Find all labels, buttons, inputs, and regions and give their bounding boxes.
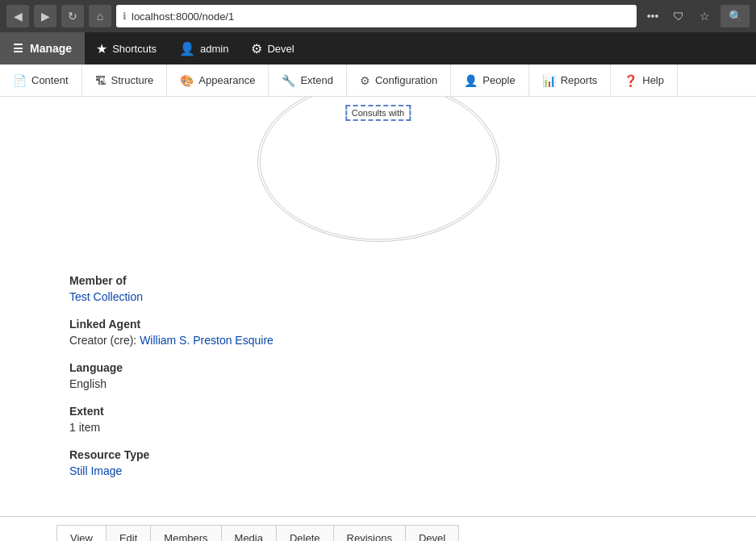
language-label: Language bbox=[69, 361, 687, 374]
linked-agent-field: Linked Agent Creator (cre): William S. P… bbox=[69, 318, 687, 347]
nav-content[interactable]: 📄 Content bbox=[0, 65, 82, 96]
member-of-field: Member of Test Collection bbox=[69, 274, 687, 303]
nav-reports-label: Reports bbox=[561, 74, 598, 86]
admin-button[interactable]: 👤 admin bbox=[168, 32, 240, 65]
tab-devel[interactable]: Devel bbox=[405, 525, 459, 541]
browser-actions: ••• 🛡 ☆ bbox=[641, 5, 716, 27]
content-icon: 📄 bbox=[13, 74, 27, 87]
tab-media[interactable]: Media bbox=[221, 525, 277, 541]
nav-reports[interactable]: 📊 Reports bbox=[529, 65, 612, 96]
nav-appearance[interactable]: 🎨 Appearance bbox=[167, 65, 269, 96]
lock-icon: ℹ bbox=[123, 10, 127, 22]
circle-image bbox=[257, 97, 499, 242]
star-toolbar-icon: ★ bbox=[96, 41, 107, 56]
tab-view[interactable]: View bbox=[56, 525, 107, 541]
nav-people[interactable]: 👤 People bbox=[451, 65, 528, 96]
image-area: Consults with bbox=[0, 97, 756, 258]
tab-delete[interactable]: Delete bbox=[276, 525, 334, 541]
search-button[interactable]: 🔍 bbox=[720, 5, 750, 27]
extent-field: Extent 1 item bbox=[69, 405, 687, 434]
shortcuts-button[interactable]: ★ Shortcuts bbox=[85, 32, 168, 65]
manage-button[interactable]: ☰ Manage bbox=[0, 32, 85, 65]
devel-label: Devel bbox=[267, 43, 294, 55]
nav-people-label: People bbox=[482, 74, 515, 86]
hamburger-icon: ☰ bbox=[13, 42, 23, 55]
resource-type-link[interactable]: Still Image bbox=[69, 464, 122, 477]
people-icon: 👤 bbox=[464, 74, 478, 87]
forward-button[interactable]: ▶ bbox=[34, 5, 56, 27]
admin-toolbar: ☰ Manage ★ Shortcuts 👤 admin ⚙ Devel bbox=[0, 32, 756, 65]
help-icon: ❓ bbox=[624, 74, 637, 87]
linked-agent-label: Linked Agent bbox=[69, 318, 687, 331]
resource-type-label: Resource Type bbox=[69, 448, 687, 461]
admin-label: admin bbox=[200, 43, 228, 55]
reports-icon: 📊 bbox=[542, 74, 556, 87]
url-bar[interactable]: ℹ localhost:8000/node/1 bbox=[116, 5, 637, 27]
shortcuts-label: Shortcuts bbox=[112, 43, 157, 55]
browser-chrome: ◀ ▶ ↻ ⌂ ℹ localhost:8000/node/1 ••• 🛡 ☆ … bbox=[0, 0, 756, 32]
extent-value: 1 item bbox=[69, 421, 687, 434]
linked-agent-prefix: Creator (cre): bbox=[69, 334, 136, 347]
devel-button[interactable]: ⚙ Devel bbox=[240, 32, 305, 65]
appearance-icon: 🎨 bbox=[180, 74, 194, 87]
reload-button[interactable]: ↻ bbox=[61, 5, 84, 27]
language-field: Language English bbox=[69, 361, 687, 390]
star-icon[interactable]: ☆ bbox=[693, 5, 716, 27]
tab-revisions[interactable]: Revisions bbox=[333, 525, 406, 541]
member-of-label: Member of bbox=[69, 274, 687, 287]
gear-icon: ⚙ bbox=[251, 41, 262, 56]
person-icon: 👤 bbox=[179, 41, 195, 56]
language-value: English bbox=[69, 377, 687, 390]
nav-bar: 📄 Content 🏗 Structure 🎨 Appearance 🔧 Ext… bbox=[0, 65, 756, 97]
resource-type-value: Still Image bbox=[69, 464, 687, 477]
extent-label: Extent bbox=[69, 405, 687, 418]
more-button[interactable]: ••• bbox=[641, 5, 664, 27]
member-of-value: Test Collection bbox=[69, 290, 687, 303]
nav-structure-label: Structure bbox=[111, 74, 154, 86]
nav-appearance-label: Appearance bbox=[198, 74, 255, 86]
tab-edit[interactable]: Edit bbox=[106, 525, 151, 541]
nav-help[interactable]: ❓ Help bbox=[611, 65, 678, 96]
bottom-tabs: View Edit Members Media Delete Revisions… bbox=[0, 516, 756, 541]
tab-members[interactable]: Members bbox=[150, 525, 221, 541]
bookmark-icon[interactable]: 🛡 bbox=[667, 5, 690, 27]
resource-type-field: Resource Type Still Image bbox=[69, 448, 687, 477]
svg-point-0 bbox=[260, 97, 496, 239]
nav-help-label: Help bbox=[642, 74, 664, 86]
tabs-row: View Edit Members Media Delete Revisions… bbox=[0, 517, 756, 541]
structure-icon: 🏗 bbox=[95, 74, 107, 87]
extend-icon: 🔧 bbox=[282, 74, 295, 87]
manage-label: Manage bbox=[30, 42, 72, 55]
url-text: localhost:8000/node/1 bbox=[132, 10, 234, 23]
nav-content-label: Content bbox=[31, 74, 69, 86]
main-content: Consults with Member of Test Collection … bbox=[0, 97, 756, 541]
back-button[interactable]: ◀ bbox=[6, 5, 29, 27]
test-collection-link[interactable]: Test Collection bbox=[69, 290, 143, 303]
nav-extend[interactable]: 🔧 Extend bbox=[269, 65, 346, 96]
nav-extend-label: Extend bbox=[300, 74, 332, 86]
linked-agent-link[interactable]: William S. Preston Esquire bbox=[140, 334, 274, 347]
home-button[interactable]: ⌂ bbox=[89, 5, 111, 27]
nav-structure[interactable]: 🏗 Structure bbox=[82, 65, 168, 96]
nav-configuration[interactable]: ⚙ Configuration bbox=[347, 65, 451, 96]
nav-configuration-label: Configuration bbox=[375, 74, 437, 86]
content-fields: Member of Test Collection Linked Agent C… bbox=[0, 258, 756, 508]
config-icon: ⚙ bbox=[360, 74, 370, 87]
linked-agent-value: Creator (cre): William S. Preston Esquir… bbox=[69, 334, 687, 347]
